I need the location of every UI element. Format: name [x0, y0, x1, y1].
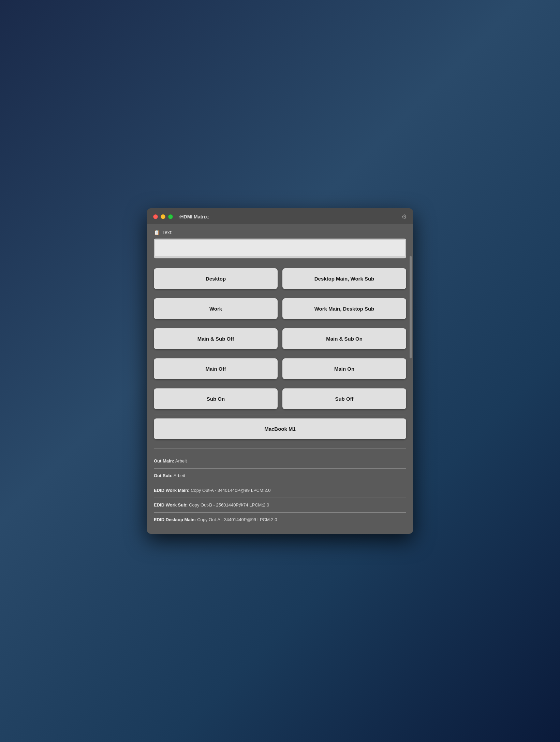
text-section-header: 📋 Text:	[154, 230, 406, 235]
out-sub-label: Out Sub:	[154, 473, 173, 478]
out-sub-row: Out Sub: Arbeit	[154, 468, 406, 483]
out-sub-value: Arbeit	[174, 473, 185, 478]
divider-7	[154, 448, 406, 448]
divider-2	[154, 294, 406, 294]
minimize-button[interactable]	[161, 214, 165, 219]
divider-5	[154, 384, 406, 384]
button-grid-row5: Sub On Sub Off	[154, 388, 406, 409]
edid-work-main-value: Copy Out-A - 34401440P@99 LPCM:2.0	[191, 488, 270, 493]
edid-work-sub-value: Copy Out-B - 25601440P@74 LPCM:2.0	[189, 502, 269, 508]
button-grid-row3: Main & Sub Off Main & Sub On	[154, 328, 406, 349]
text-label: Text:	[162, 230, 173, 235]
out-main-label: Out Main:	[154, 458, 174, 463]
main-sub-off-button[interactable]: Main & Sub Off	[154, 328, 278, 349]
main-window: rHDMI Matrix: ⚙ 📋 Text: Desktop Desktop …	[147, 208, 413, 534]
button-grid-row1: Desktop Desktop Main, Work Sub	[154, 268, 406, 289]
main-off-button[interactable]: Main Off	[154, 358, 278, 379]
macbook-m1-button[interactable]: MacBook M1	[154, 418, 406, 439]
maximize-button[interactable]	[168, 214, 173, 219]
edid-work-sub-row: EDID Work Sub: Copy Out-B - 25601440P@74…	[154, 498, 406, 512]
title-bar: rHDMI Matrix: ⚙	[147, 208, 413, 224]
text-area-wrapper	[154, 239, 406, 258]
main-sub-on-button[interactable]: Main & Sub On	[282, 328, 406, 349]
button-grid-row4: Main Off Main On	[154, 358, 406, 379]
edid-work-main-row: EDID Work Main: Copy Out-A - 34401440P@9…	[154, 483, 406, 498]
work-button[interactable]: Work	[154, 298, 278, 319]
button-grid-row2: Work Work Main, Desktop Sub	[154, 298, 406, 319]
divider-6	[154, 414, 406, 414]
desktop-button[interactable]: Desktop	[154, 268, 278, 289]
main-on-button[interactable]: Main On	[282, 358, 406, 379]
out-main-row: Out Main: Arbeit	[154, 454, 406, 468]
edid-desktop-main-label: EDID Desktop Main:	[154, 517, 196, 522]
sub-off-button[interactable]: Sub Off	[282, 388, 406, 409]
sub-on-button[interactable]: Sub On	[154, 388, 278, 409]
scrollbar[interactable]	[410, 256, 412, 358]
text-icon: 📋	[154, 230, 160, 235]
edid-desktop-main-value: Copy Out-A - 34401440P@99 LPCM:2.0	[197, 517, 277, 522]
text-input[interactable]	[154, 239, 406, 256]
divider-4	[154, 354, 406, 354]
desktop-main-work-sub-button[interactable]: Desktop Main, Work Sub	[282, 268, 406, 289]
divider-1	[154, 264, 406, 264]
main-content: 📋 Text: Desktop Desktop Main, Work Sub W…	[147, 224, 413, 534]
out-main-value: Arbeit	[175, 458, 187, 463]
edid-work-sub-label: EDID Work Sub:	[154, 502, 188, 508]
work-main-desktop-sub-button[interactable]: Work Main, Desktop Sub	[282, 298, 406, 319]
info-section: Out Main: Arbeit Out Sub: Arbeit EDID Wo…	[154, 453, 406, 527]
close-button[interactable]	[153, 214, 158, 219]
window-title: rHDMI Matrix:	[178, 214, 209, 219]
settings-icon[interactable]: ⚙	[401, 213, 407, 220]
divider-3	[154, 324, 406, 324]
edid-desktop-main-row: EDID Desktop Main: Copy Out-A - 34401440…	[154, 512, 406, 527]
edid-work-main-label: EDID Work Main:	[154, 488, 190, 493]
